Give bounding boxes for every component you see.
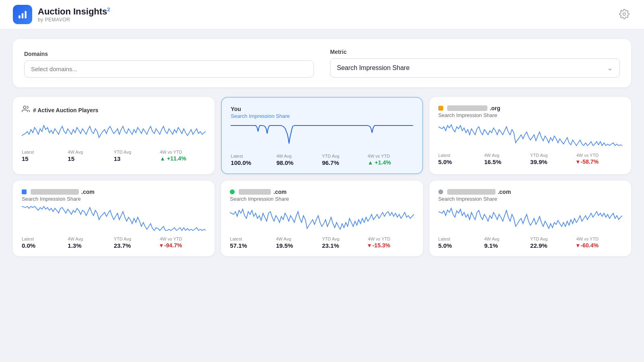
- stat-comp2-vs: 4W vs YTD ▾ -94.7%: [160, 237, 206, 249]
- stat-ytd: YTD Avg 13: [114, 150, 160, 162]
- stat-comp1-latest-label: Latest: [438, 153, 484, 158]
- app-logo: [13, 5, 32, 24]
- stat-comp4-ytd: YTD Avg 22.9%: [530, 237, 576, 249]
- stat-comp4-latest: Latest 5.0%: [438, 237, 484, 249]
- stat-comp1-4wavg-label: 4W Avg: [484, 153, 530, 158]
- chart-you: [231, 121, 413, 150]
- domain-dot-comp2: [22, 189, 27, 194]
- stat-comp4-ytd-value: 22.9%: [530, 242, 576, 249]
- card-competitor-4: .com Search Impression Share Latest 5.0%…: [429, 181, 631, 256]
- svg-point-4: [23, 106, 26, 109]
- stat-comp1-vs-label: 4W vs YTD: [576, 153, 622, 158]
- stat-you-vs-label: 4W vs YTD: [367, 154, 413, 158]
- stat-comp2-vs-value: ▾ -94.7%: [160, 242, 206, 249]
- svg-rect-0: [19, 15, 20, 19]
- stat-comp3-4wavg: 4W Avg 19.5%: [276, 237, 322, 249]
- stat-comp1-vs-value: ▾ -58.7%: [576, 158, 622, 165]
- controls-section: Domains Metric Search Impression Share ⌄: [0, 29, 644, 94]
- domain-name-blurred-comp3: [239, 189, 271, 195]
- app-title: Auction Insights2: [38, 6, 110, 17]
- controls-card: Domains Metric Search Impression Share ⌄: [13, 39, 631, 87]
- domains-label: Domains: [24, 51, 314, 57]
- stat-you-ytd-label: YTD Avg: [322, 154, 367, 158]
- people-icon: [22, 105, 30, 115]
- card-comp1-subtitle: Search Impression Share: [438, 112, 622, 118]
- stats-row-comp1: Latest 5.0% 4W Avg 16.5% YTD Avg 39.9% 4…: [438, 153, 622, 165]
- stat-ytd-value: 13: [114, 155, 160, 162]
- stat-4wavg-label: 4W Avg: [68, 150, 114, 154]
- card-you-subtitle: Search Impression Share: [231, 113, 413, 119]
- stat-ytd-label: YTD Avg: [114, 150, 160, 154]
- stat-comp1-4wavg: 4W Avg 16.5%: [484, 153, 530, 165]
- stat-comp4-4wavg-label: 4W Avg: [484, 237, 530, 241]
- stat-you-ytd-value: 96.7%: [322, 159, 367, 166]
- stat-you-4wavg-value: 98.0%: [277, 159, 322, 166]
- stat-comp3-ytd-value: 23.1%: [322, 242, 368, 249]
- stats-row-comp3: Latest 57.1% 4W Avg 19.5% YTD Avg 23.1% …: [230, 237, 414, 249]
- stat-comp3-4wavg-value: 19.5%: [276, 242, 322, 249]
- stat-comp4-vs: 4W vs YTD ▾ -60.4%: [576, 237, 622, 249]
- stat-comp1-ytd-label: YTD Avg: [530, 153, 576, 158]
- card-you-title: You: [231, 106, 241, 112]
- stat-vs-label: 4W vs YTD: [160, 150, 206, 154]
- card-active-players: # Active Auction Players Latest 15 4W Av…: [13, 97, 215, 174]
- metric-group: Metric Search Impression Share ⌄: [330, 49, 620, 78]
- chart-comp4: [438, 204, 622, 232]
- users-icon: [22, 105, 30, 113]
- stat-4wavg: 4W Avg 15: [68, 150, 114, 162]
- card-comp3-subtitle: Search Impression Share: [230, 196, 414, 202]
- domains-group: Domains: [24, 51, 314, 78]
- stat-latest-value: 15: [22, 155, 68, 162]
- stat-you-ytd: YTD Avg 96.7%: [322, 154, 367, 166]
- stat-comp2-4wavg-value: 1.3%: [68, 242, 114, 249]
- app-title-text: Auction Insights: [38, 6, 107, 16]
- stat-comp3-latest-value: 57.1%: [230, 242, 276, 249]
- card-comp2-subtitle: Search Impression Share: [22, 196, 206, 202]
- stat-comp4-4wavg: 4W Avg 9.1%: [484, 237, 530, 249]
- stat-latest: Latest 15: [22, 150, 68, 162]
- stat-comp2-4wavg: 4W Avg 1.3%: [68, 237, 114, 249]
- domain-name-blurred-comp4: [447, 189, 495, 195]
- stat-comp2-vs-label: 4W vs YTD: [160, 237, 206, 241]
- card-comp2-tld: .com: [81, 189, 95, 195]
- domain-name-blurred-comp2: [31, 189, 79, 195]
- stat-comp2-latest-label: Latest: [22, 237, 68, 241]
- metric-label: Metric: [330, 49, 620, 55]
- domain-dot-comp1: [438, 106, 443, 111]
- card-you: You Search Impression Share Latest 100.0…: [221, 97, 423, 174]
- domain-name-blurred-comp1: [447, 105, 487, 111]
- svg-point-3: [623, 12, 626, 15]
- stat-comp3-4wavg-label: 4W Avg: [276, 237, 322, 241]
- stats-row-comp4: Latest 5.0% 4W Avg 9.1% YTD Avg 22.9% 4W…: [438, 237, 622, 249]
- cards-section: # Active Auction Players Latest 15 4W Av…: [0, 94, 644, 266]
- stat-comp3-ytd-label: YTD Avg: [322, 237, 368, 241]
- chart-comp2: [22, 204, 206, 232]
- card-comp1-header: .org: [438, 105, 622, 111]
- stat-latest-label: Latest: [22, 150, 68, 154]
- stat-comp4-latest-label: Latest: [438, 237, 484, 241]
- stat-comp1-4wavg-value: 16.5%: [484, 158, 530, 165]
- stat-comp1-vs: 4W vs YTD ▾ -58.7%: [576, 153, 622, 165]
- app-header: Auction Insights2 by PEMAVOR: [0, 0, 644, 29]
- header-title-block: Auction Insights2 by PEMAVOR: [38, 6, 110, 23]
- stat-comp3-vs-label: 4W vs YTD: [368, 237, 414, 241]
- card-comp2-header: .com: [22, 189, 206, 195]
- stat-comp4-4wavg-value: 9.1%: [484, 242, 530, 249]
- chart-comp3: [230, 204, 414, 232]
- stat-comp2-ytd-label: YTD Avg: [114, 237, 160, 241]
- chart-active-players: [22, 117, 206, 146]
- domain-dot-comp4: [438, 189, 443, 194]
- metric-select[interactable]: Search Impression Share ⌄: [330, 58, 620, 78]
- card-comp4-tld: .com: [498, 189, 511, 195]
- stat-comp1-latest: Latest 5.0%: [438, 153, 484, 165]
- stat-you-4wavg: 4W Avg 98.0%: [277, 154, 322, 166]
- settings-button[interactable]: [617, 7, 631, 22]
- stat-you-latest-label: Latest: [231, 154, 276, 158]
- stat-comp2-ytd: YTD Avg 23.7%: [114, 237, 160, 249]
- card-comp3-header: .com: [230, 189, 414, 195]
- stats-row-you: Latest 100.0% 4W Avg 98.0% YTD Avg 96.7%…: [231, 154, 413, 166]
- stat-comp4-ytd-label: YTD Avg: [530, 237, 576, 241]
- domains-input[interactable]: [24, 60, 314, 78]
- card-comp1-tld: .org: [490, 105, 500, 111]
- stat-you-vs: 4W vs YTD ▲ +1.4%: [367, 154, 413, 166]
